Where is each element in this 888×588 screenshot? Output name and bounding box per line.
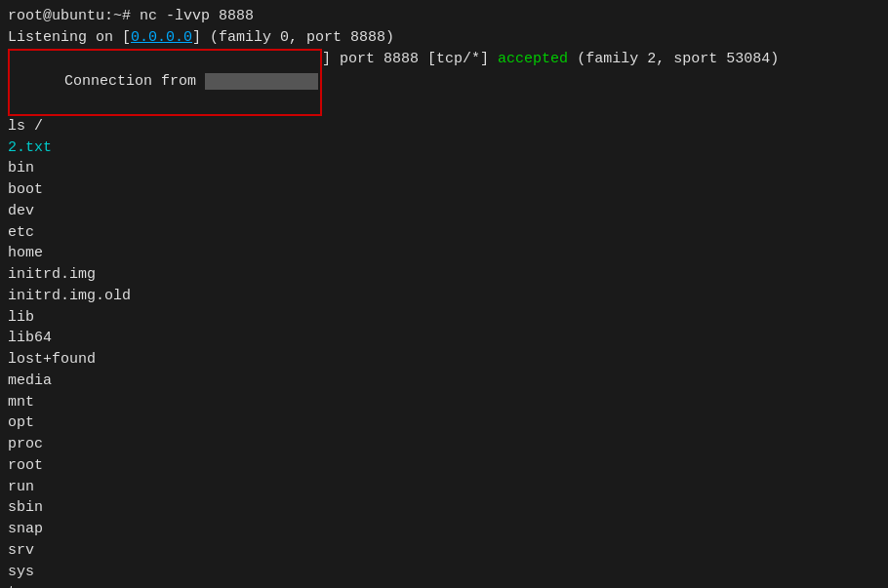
file-list-item: initrd.img.old <box>8 286 880 307</box>
file-list-item: 2.txt <box>8 137 880 159</box>
file-item-sbin: sbin <box>8 497 43 519</box>
file-item-bin: bin <box>8 158 34 179</box>
from-word: from <box>152 73 205 90</box>
file-item-opt: opt <box>8 412 34 434</box>
file-item-run: run <box>8 477 34 498</box>
file-item-etc: etc <box>8 222 34 244</box>
file-item-initrd-img: initrd.img <box>8 264 96 286</box>
file-item-tmp: tmp <box>8 582 34 588</box>
file-item-mnt: mnt <box>8 392 34 413</box>
file-list-item: sbin <box>8 497 880 519</box>
listening-suffix: ] (family 0, port 8888) <box>192 27 394 49</box>
file-list-item: snap <box>8 519 880 540</box>
rest-of-line: (family 2, sport 53084) <box>568 49 779 116</box>
file-list-item: root <box>8 455 880 477</box>
terminal-line-3: Connection from ] port 8888 [tcp/*] acce… <box>8 49 880 116</box>
file-item-lib64: lib64 <box>8 328 52 349</box>
file-item-2-txt: 2.txt <box>8 137 52 159</box>
file-item-home: home <box>8 243 43 264</box>
connection-highlight-box: Connection from <box>8 49 322 116</box>
file-list-item: bin <box>8 158 880 179</box>
file-item-snap: snap <box>8 519 43 540</box>
file-list-item: sys <box>8 562 880 583</box>
file-item-media: media <box>8 371 52 392</box>
listening-prefix: Listening on [ <box>8 27 131 49</box>
ls-command: ls / <box>8 116 43 137</box>
file-item-lib: lib <box>8 307 34 329</box>
file-item-proc: proc <box>8 434 43 455</box>
terminal-line-1: root@ubuntu:~# nc -lvvp 8888 <box>8 6 880 27</box>
file-item-lost+found: lost+found <box>8 349 96 371</box>
file-item-srv: srv <box>8 540 34 562</box>
redacted-ip <box>205 73 318 90</box>
file-list-item: media <box>8 371 880 392</box>
file-list-item: boot <box>8 179 880 201</box>
file-item-boot: boot <box>8 179 43 201</box>
file-list-item: initrd.img <box>8 264 880 286</box>
command-text: nc -lvvp 8888 <box>140 6 254 27</box>
file-list-item: proc <box>8 434 880 455</box>
file-item-dev: dev <box>8 201 34 222</box>
terminal-line-2: Listening on [0.0.0.0] (family 0, port 8… <box>8 27 880 49</box>
file-list-item: run <box>8 477 880 498</box>
file-item-root: root <box>8 455 43 477</box>
prompt-text: root@ubuntu:~# <box>8 6 140 27</box>
file-list-item: srv <box>8 540 880 562</box>
file-list-item: dev <box>8 201 880 222</box>
file-item-sys: sys <box>8 562 34 583</box>
file-list-item: lib64 <box>8 328 880 349</box>
file-list-item: tmp <box>8 582 880 588</box>
accepted-word: accepted <box>498 49 568 116</box>
terminal-line-4: ls / <box>8 116 880 137</box>
file-list-item: home <box>8 243 880 264</box>
file-list-item: lib <box>8 307 880 329</box>
file-list-item: lost+found <box>8 349 880 371</box>
file-listing: 2.txtbinbootdevetchomeinitrd.imginitrd.i… <box>8 137 880 589</box>
terminal-window[interactable]: root@ubuntu:~# nc -lvvp 8888 Listening o… <box>0 0 888 588</box>
port-info: ] port 8888 [tcp/*] <box>322 49 498 116</box>
file-list-item: etc <box>8 222 880 244</box>
listen-ip: 0.0.0.0 <box>131 27 192 49</box>
connection-word: Connection <box>64 73 152 90</box>
file-list-item: mnt <box>8 392 880 413</box>
file-list-item: opt <box>8 412 880 434</box>
file-item-initrd-img.old: initrd.img.old <box>8 286 131 307</box>
